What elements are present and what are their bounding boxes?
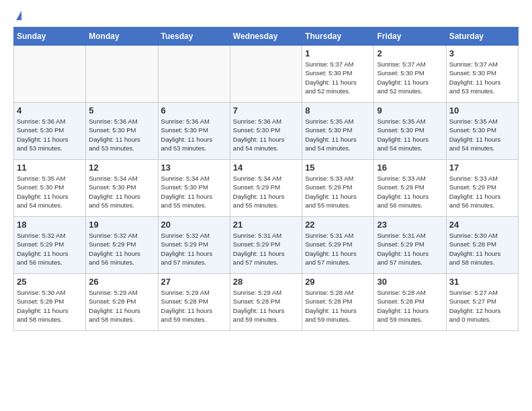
day-number: 15 [305, 163, 371, 173]
day-number: 14 [233, 163, 299, 173]
day-info: Sunrise: 5:35 AMSunset: 5:30 PMDaylight:… [17, 174, 83, 210]
calendar-day-cell: 31Sunrise: 5:27 AMSunset: 5:27 PMDayligh… [446, 274, 518, 331]
day-info: Sunrise: 5:31 AMSunset: 5:29 PMDaylight:… [377, 231, 443, 267]
calendar-day-cell: 8Sunrise: 5:35 AMSunset: 5:30 PMDaylight… [302, 103, 374, 160]
day-number: 19 [89, 220, 154, 230]
calendar-week-row: 18Sunrise: 5:32 AMSunset: 5:29 PMDayligh… [14, 217, 519, 274]
logo-triangle-icon [16, 11, 21, 20]
day-info: Sunrise: 5:29 AMSunset: 5:28 PMDaylight:… [233, 288, 299, 324]
day-info: Sunrise: 5:34 AMSunset: 5:30 PMDaylight:… [161, 174, 227, 210]
day-number: 16 [377, 163, 443, 173]
calendar-week-row: 11Sunrise: 5:35 AMSunset: 5:30 PMDayligh… [14, 160, 519, 217]
calendar-week-row: 1Sunrise: 5:37 AMSunset: 5:30 PMDaylight… [14, 46, 519, 103]
calendar-day-cell: 3Sunrise: 5:37 AMSunset: 5:30 PMDaylight… [446, 46, 518, 103]
day-number: 30 [377, 277, 443, 287]
day-info: Sunrise: 5:36 AMSunset: 5:30 PMDaylight:… [161, 117, 227, 152]
day-number: 17 [449, 163, 515, 173]
day-info: Sunrise: 5:35 AMSunset: 5:30 PMDaylight:… [377, 117, 443, 152]
day-number: 20 [161, 220, 227, 230]
calendar-day-cell: 13Sunrise: 5:34 AMSunset: 5:30 PMDayligh… [158, 160, 230, 217]
column-header-wednesday: Wednesday [230, 28, 302, 46]
day-info: Sunrise: 5:33 AMSunset: 5:29 PMDaylight:… [377, 174, 443, 210]
calendar-day-cell: 25Sunrise: 5:30 AMSunset: 5:28 PMDayligh… [14, 274, 86, 331]
day-info: Sunrise: 5:32 AMSunset: 5:29 PMDaylight:… [17, 231, 83, 267]
day-info: Sunrise: 5:28 AMSunset: 5:28 PMDaylight:… [305, 288, 371, 324]
day-info: Sunrise: 5:35 AMSunset: 5:30 PMDaylight:… [305, 117, 371, 152]
calendar-day-cell: 20Sunrise: 5:32 AMSunset: 5:29 PMDayligh… [158, 217, 230, 274]
calendar-day-cell: 10Sunrise: 5:35 AMSunset: 5:30 PMDayligh… [446, 103, 518, 160]
day-info: Sunrise: 5:34 AMSunset: 5:29 PMDaylight:… [233, 174, 299, 210]
day-number: 5 [89, 105, 154, 116]
day-number: 18 [17, 220, 83, 230]
day-info: Sunrise: 5:37 AMSunset: 5:30 PMDaylight:… [449, 60, 515, 95]
calendar-day-cell: 29Sunrise: 5:28 AMSunset: 5:28 PMDayligh… [302, 274, 374, 331]
calendar-day-cell: 9Sunrise: 5:35 AMSunset: 5:30 PMDaylight… [374, 103, 446, 160]
day-number: 3 [449, 48, 515, 58]
day-info: Sunrise: 5:29 AMSunset: 5:28 PMDaylight:… [161, 288, 227, 324]
column-header-sunday: Sunday [14, 28, 86, 46]
day-info: Sunrise: 5:32 AMSunset: 5:29 PMDaylight:… [89, 231, 154, 267]
calendar-day-cell: 24Sunrise: 5:30 AMSunset: 5:28 PMDayligh… [446, 217, 518, 274]
day-info: Sunrise: 5:27 AMSunset: 5:27 PMDaylight:… [449, 288, 515, 324]
day-number: 4 [17, 105, 83, 116]
day-info: Sunrise: 5:33 AMSunset: 5:29 PMDaylight:… [305, 174, 371, 210]
day-info: Sunrise: 5:32 AMSunset: 5:29 PMDaylight:… [161, 231, 227, 267]
column-header-tuesday: Tuesday [158, 28, 230, 46]
day-number: 10 [449, 105, 515, 116]
calendar-day-cell: 27Sunrise: 5:29 AMSunset: 5:28 PMDayligh… [158, 274, 230, 331]
day-number: 9 [377, 105, 443, 116]
day-info: Sunrise: 5:33 AMSunset: 5:29 PMDaylight:… [449, 174, 515, 210]
day-info: Sunrise: 5:31 AMSunset: 5:29 PMDaylight:… [305, 231, 371, 267]
column-header-thursday: Thursday [302, 28, 374, 46]
day-number: 27 [161, 277, 227, 287]
page-header [13, 13, 519, 20]
day-number: 13 [161, 163, 227, 173]
day-info: Sunrise: 5:37 AMSunset: 5:30 PMDaylight:… [377, 60, 443, 95]
column-header-monday: Monday [86, 28, 158, 46]
day-info: Sunrise: 5:28 AMSunset: 5:28 PMDaylight:… [377, 288, 443, 324]
calendar-day-cell: 4Sunrise: 5:36 AMSunset: 5:30 PMDaylight… [14, 103, 86, 160]
calendar-day-cell: 2Sunrise: 5:37 AMSunset: 5:30 PMDaylight… [374, 46, 446, 103]
day-number: 26 [89, 277, 154, 287]
calendar-day-cell: 15Sunrise: 5:33 AMSunset: 5:29 PMDayligh… [302, 160, 374, 217]
day-number: 23 [377, 220, 443, 230]
calendar-table: SundayMondayTuesdayWednesdayThursdayFrid… [13, 27, 519, 331]
calendar-day-cell [14, 46, 86, 103]
day-info: Sunrise: 5:36 AMSunset: 5:30 PMDaylight:… [17, 117, 83, 152]
calendar-day-cell: 6Sunrise: 5:36 AMSunset: 5:30 PMDaylight… [158, 103, 230, 160]
day-info: Sunrise: 5:30 AMSunset: 5:28 PMDaylight:… [449, 231, 515, 267]
calendar-day-cell: 17Sunrise: 5:33 AMSunset: 5:29 PMDayligh… [446, 160, 518, 217]
calendar-day-cell: 1Sunrise: 5:37 AMSunset: 5:30 PMDaylight… [302, 46, 374, 103]
day-number: 1 [305, 48, 371, 58]
calendar-day-cell [158, 46, 230, 103]
day-number: 25 [17, 277, 83, 287]
day-info: Sunrise: 5:37 AMSunset: 5:30 PMDaylight:… [305, 60, 371, 95]
day-info: Sunrise: 5:30 AMSunset: 5:28 PMDaylight:… [17, 288, 83, 324]
calendar-day-cell [230, 46, 302, 103]
day-info: Sunrise: 5:34 AMSunset: 5:30 PMDaylight:… [89, 174, 154, 210]
calendar-day-cell: 7Sunrise: 5:36 AMSunset: 5:30 PMDaylight… [230, 103, 302, 160]
day-number: 2 [377, 48, 443, 58]
day-info: Sunrise: 5:31 AMSunset: 5:29 PMDaylight:… [233, 231, 299, 267]
calendar-day-cell: 5Sunrise: 5:36 AMSunset: 5:30 PMDaylight… [86, 103, 158, 160]
day-number: 28 [233, 277, 299, 287]
calendar-week-row: 25Sunrise: 5:30 AMSunset: 5:28 PMDayligh… [14, 274, 519, 331]
calendar-header-row: SundayMondayTuesdayWednesdayThursdayFrid… [14, 28, 519, 46]
day-number: 22 [305, 220, 371, 230]
day-number: 24 [449, 220, 515, 230]
calendar-day-cell: 26Sunrise: 5:29 AMSunset: 5:28 PMDayligh… [86, 274, 158, 331]
day-number: 31 [449, 277, 515, 287]
day-number: 6 [161, 105, 227, 116]
day-info: Sunrise: 5:35 AMSunset: 5:30 PMDaylight:… [449, 117, 515, 152]
calendar-day-cell: 30Sunrise: 5:28 AMSunset: 5:28 PMDayligh… [374, 274, 446, 331]
day-number: 29 [305, 277, 371, 287]
day-number: 21 [233, 220, 299, 230]
calendar-day-cell [86, 46, 158, 103]
calendar-day-cell: 21Sunrise: 5:31 AMSunset: 5:29 PMDayligh… [230, 217, 302, 274]
logo [13, 13, 21, 20]
day-number: 12 [89, 163, 154, 173]
day-number: 8 [305, 105, 371, 116]
calendar-day-cell: 18Sunrise: 5:32 AMSunset: 5:29 PMDayligh… [14, 217, 86, 274]
calendar-day-cell: 28Sunrise: 5:29 AMSunset: 5:28 PMDayligh… [230, 274, 302, 331]
calendar-day-cell: 12Sunrise: 5:34 AMSunset: 5:30 PMDayligh… [86, 160, 158, 217]
